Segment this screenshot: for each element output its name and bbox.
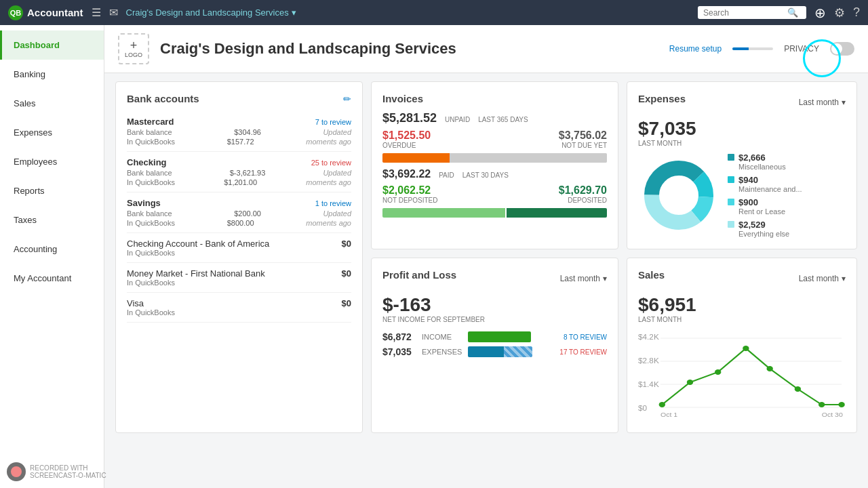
sidebar-item-banking[interactable]: Banking <box>0 60 104 89</box>
pnl-header: Profit and Loss Last month ▾ <box>382 269 607 287</box>
svg-point-18 <box>795 386 801 392</box>
sidebar-item-sales[interactable]: Sales <box>0 89 104 118</box>
legend-text-2: $940 Maintenance and... <box>738 175 802 193</box>
main-content: + LOGO Craig's Design and Landscaping Se… <box>104 25 868 488</box>
pnl-expense-bar <box>468 346 533 357</box>
bank-account-mastercard: Mastercard 7 to review Bank balance $304… <box>127 111 351 152</box>
bank-accounts-card: Bank accounts ✏ Mastercard 7 to review B… <box>115 81 363 433</box>
sidebar-item-accounting[interactable]: Accounting <box>0 235 104 264</box>
legend-color-3 <box>728 199 734 205</box>
bank-acc-savings-balance: Bank balance $200.00 Updated <box>127 209 351 218</box>
pnl-income-row: $6,872 INCOME 8 TO REVIEW <box>382 331 607 342</box>
legend-text-3: $900 Rent or Lease <box>738 197 785 216</box>
invoices-title: Invoices <box>382 93 607 104</box>
sales-chart-svg: $4.2K $2.8K $1.4K $0 <box>638 331 846 420</box>
logo-plus-icon: + <box>130 39 138 52</box>
pnl-title: Profit and Loss <box>382 269 456 281</box>
bank-accounts-header: Bank accounts ✏ <box>127 93 351 104</box>
pnl-income-review[interactable]: 8 TO REVIEW <box>564 333 607 341</box>
legend-color-2 <box>728 176 734 183</box>
pnl-amount: $-163 <box>382 294 607 316</box>
add-button[interactable]: ⊕ <box>814 5 826 21</box>
bank-acc-mastercard-review[interactable]: 7 to review <box>315 118 351 126</box>
hamburger-icon[interactable]: ☰ <box>92 6 101 19</box>
pnl-income-bar-container <box>468 331 558 342</box>
top-navigation: QB Accountant ☰ ✉ Craig's Design and Lan… <box>0 0 868 25</box>
sidebar-item-expenses[interactable]: Expenses <box>0 118 104 147</box>
pnl-expense-row: $7,035 EXPENSES 17 TO REVIEW <box>382 346 607 357</box>
legend-color-4 <box>728 221 734 228</box>
bank-acc-checking-header: Checking 25 to review <box>127 157 351 167</box>
pnl-expense-val: $7,035 <box>382 346 416 357</box>
company-selector[interactable]: Craig's Design and Landscaping Services … <box>126 7 296 18</box>
expenses-donut-chart <box>638 155 719 236</box>
bofa-amount: $0 <box>342 239 351 257</box>
sidebar-item-employees[interactable]: Employees <box>0 147 104 176</box>
svg-point-20 <box>838 402 844 407</box>
logo-label: LOGO <box>125 52 142 58</box>
bank-acc-savings-header: Savings 1 to review <box>127 198 351 208</box>
chevron-down-icon: ▾ <box>292 7 296 18</box>
bank-edit-icon[interactable]: ✏ <box>343 94 351 104</box>
privacy-toggle[interactable] <box>830 42 854 56</box>
settings-button[interactable]: ⚙ <box>834 5 845 20</box>
bank-account-visa: Visa In QuickBooks $0 <box>127 293 351 323</box>
pnl-sublabel: NET INCOME FOR SEPTEMBER <box>382 316 607 323</box>
bofa-sub: In QuickBooks <box>127 249 269 257</box>
sidebar-item-taxes[interactable]: Taxes <box>0 205 104 235</box>
invoices-card: Invoices $5,281.52 UNPAID LAST 365 DAYS … <box>371 81 618 249</box>
privacy-label: PRIVACY <box>784 44 819 54</box>
expenses-period-selector[interactable]: Last month ▾ <box>799 98 846 107</box>
visa-amount: $0 <box>342 298 351 317</box>
sidebar-item-myaccountant[interactable]: My Accountant <box>0 264 104 293</box>
invoices-overdue-bar <box>382 153 607 163</box>
sales-header: Sales Last month ▾ <box>638 269 846 287</box>
sales-title: Sales <box>638 269 665 281</box>
expenses-donut-section: $2,666 Miscellaneous $940 Maintenance an… <box>638 152 846 238</box>
bank-acc-checking-review[interactable]: 25 to review <box>311 159 351 167</box>
dashboard-grid: Invoices $5,281.52 UNPAID LAST 365 DAYS … <box>104 73 868 441</box>
expenses-card-header: Expenses Last month ▾ <box>638 93 846 111</box>
chevron-down-icon: ▾ <box>842 274 846 283</box>
screencast-watermark: RECORDED WITH SCREENCAST-O-MATIC <box>7 462 106 481</box>
bank-acc-mastercard-balance: Bank balance $304.96 Updated <box>127 128 351 136</box>
svg-text:Oct 30: Oct 30 <box>822 411 844 418</box>
app-title: Accountant <box>27 7 83 18</box>
screencast-logo <box>7 462 26 481</box>
search-box: 🔍 <box>698 6 806 19</box>
svg-text:$0: $0 <box>638 405 647 412</box>
resume-setup-link[interactable]: Resume setup <box>669 44 722 54</box>
bofa-name: Checking Account - Bank of America <box>127 239 269 249</box>
pnl-expense-review[interactable]: 17 TO REVIEW <box>559 348 607 356</box>
svg-point-4 <box>660 176 698 214</box>
sales-amount: $6,951 <box>638 294 846 316</box>
svg-point-17 <box>766 366 772 371</box>
search-input[interactable] <box>703 8 785 18</box>
svg-point-19 <box>818 402 825 407</box>
pnl-income-label: INCOME <box>422 333 462 341</box>
sales-period-selector[interactable]: Last month ▾ <box>799 274 846 283</box>
bank-acc-checking-qb: In QuickBooks $1,201.00 moments ago <box>127 178 351 186</box>
donut-svg <box>638 155 719 236</box>
help-button[interactable]: ? <box>853 5 860 20</box>
pnl-expense-label: EXPENSES <box>422 348 462 356</box>
bank-account-bofa: Checking Account - Bank of America In Qu… <box>127 233 351 263</box>
legend-item-3: $900 Rent or Lease <box>728 197 802 216</box>
invoices-overdue-amount: $1,525.50 <box>382 129 431 142</box>
bank-acc-savings-review[interactable]: 1 to review <box>315 199 351 207</box>
mail-icon[interactable]: ✉ <box>109 6 118 19</box>
expenses-card: Expenses Last month ▾ $7,035 LAST MONTH <box>627 81 857 249</box>
invoices-notdep-label: NOT DEPOSITED <box>382 197 438 204</box>
invoices-paid-period: LAST 30 DAYS <box>462 171 509 179</box>
company-logo-box[interactable]: + LOGO <box>118 33 149 64</box>
expenses-amount: $7,035 <box>638 118 846 140</box>
sidebar-item-reports[interactable]: Reports <box>0 176 104 205</box>
bank-account-checking: Checking 25 to review Bank balance $-3,6… <box>127 152 351 192</box>
pnl-income-bar <box>468 331 531 342</box>
expenses-title: Expenses <box>638 93 686 104</box>
sidebar-item-dashboard[interactable]: Dashboard <box>0 30 104 60</box>
svg-point-15 <box>715 369 721 375</box>
search-icon[interactable]: 🔍 <box>787 7 798 18</box>
watermark-text: RECORDED WITH SCREENCAST-O-MATIC <box>30 464 106 479</box>
pnl-period-selector[interactable]: Last month ▾ <box>560 274 607 283</box>
